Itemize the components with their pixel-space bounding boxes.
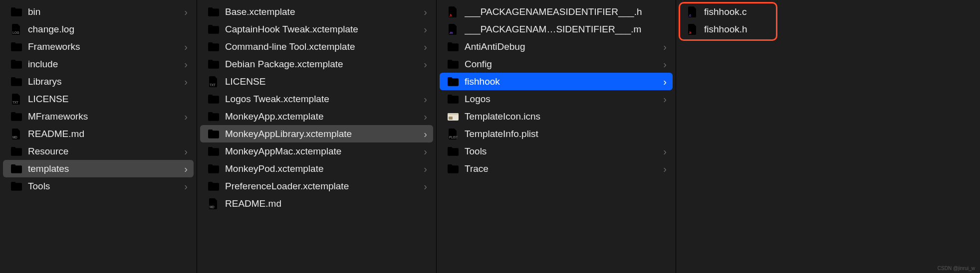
list-item[interactable]: Logos›	[440, 90, 673, 108]
finder-column-4[interactable]: .cfishhook.c.hfishhook.h	[676, 0, 980, 273]
item-label: MonkeyAppMac.xctemplate	[225, 146, 421, 157]
list-item[interactable]: MonkeyPod.xctemplate›	[200, 160, 433, 177]
chevron-right-icon: ›	[184, 77, 188, 87]
list-item[interactable]: MonkeyApp.xctemplate›	[200, 108, 433, 125]
list-item[interactable]: Base.xctemplate›	[200, 3, 433, 20]
item-label: Trace	[465, 163, 660, 174]
folder-icon	[207, 163, 220, 174]
list-item[interactable]: Librarys›	[3, 73, 194, 90]
list-item[interactable]: .m___PACKAGENAM…SIDENTIFIER___.m	[440, 20, 673, 38]
folder-icon	[207, 24, 220, 35]
finder-column-1[interactable]: bin›LOGchange.logFrameworks›include›Libr…	[0, 0, 197, 273]
item-label: Logos Tweak.xctemplate	[225, 94, 421, 105]
item-label: change.log	[28, 24, 188, 35]
chevron-right-icon: ›	[424, 42, 427, 52]
list-item[interactable]: fishhook›	[440, 73, 673, 90]
folder-icon	[10, 6, 23, 17]
chevron-right-icon: ›	[424, 181, 427, 191]
list-item[interactable]: MonkeyAppMac.xctemplate›	[200, 142, 433, 160]
list-item[interactable]: Tools›	[3, 177, 194, 195]
list-item[interactable]: Tools›	[440, 142, 673, 160]
item-label: PreferenceLoader.xctemplate	[225, 181, 421, 192]
list-item[interactable]: CaptainHook Tweak.xctemplate›	[200, 20, 433, 38]
folder-icon	[10, 146, 23, 157]
folder-icon	[10, 181, 23, 192]
folder-icon	[207, 41, 220, 52]
folder-icon	[447, 163, 460, 174]
finder-column-3[interactable]: .h___PACKAGENAMEASIDENTIFIER___.h.m___PA…	[437, 0, 676, 273]
chevron-right-icon: ›	[663, 94, 667, 104]
list-item[interactable]: Config›	[440, 55, 673, 73]
svg-rect-2	[449, 117, 453, 120]
item-label: TemplateInfo.plist	[465, 129, 667, 139]
document-icon: .m	[447, 24, 460, 35]
document-icon: MD	[207, 198, 220, 209]
list-item[interactable]: Command-line Tool.xctemplate›	[200, 38, 433, 55]
list-item[interactable]: Trace›	[440, 160, 673, 177]
folder-icon	[10, 111, 23, 122]
list-item[interactable]: TXTLICENSE	[200, 73, 433, 90]
list-item[interactable]: MFrameworks›	[3, 108, 194, 125]
list-item[interactable]: AntiAntiDebug›	[440, 38, 673, 55]
folder-icon	[447, 76, 460, 87]
list-item[interactable]: templates›	[3, 160, 194, 177]
list-item[interactable]: PLISTTemplateInfo.plist	[440, 125, 673, 142]
list-item[interactable]: Resource›	[3, 142, 194, 160]
list-item[interactable]: TemplateIcon.icns	[440, 108, 673, 125]
item-label: MFrameworks	[28, 111, 181, 122]
item-label: ___PACKAGENAMEASIDENTIFIER___.h	[465, 6, 667, 17]
item-label: README.md	[28, 129, 188, 139]
item-label: fishhook	[465, 76, 660, 87]
document-icon: TXT	[207, 76, 220, 87]
list-item[interactable]: MonkeyAppLibrary.xctemplate›	[200, 125, 433, 142]
item-label: bin	[28, 6, 181, 17]
folder-icon	[207, 181, 220, 192]
document-icon: PLIST	[447, 129, 460, 139]
item-label: LICENSE	[225, 76, 427, 87]
item-label: Tools	[465, 146, 660, 157]
item-label: AntiAntiDebug	[465, 41, 660, 52]
folder-icon	[10, 41, 23, 52]
folder-icon	[207, 6, 220, 17]
chevron-right-icon: ›	[424, 146, 427, 156]
list-item[interactable]: bin›	[3, 3, 194, 20]
list-item[interactable]: MDREADME.md	[3, 125, 194, 142]
item-label: Debian Package.xctemplate	[225, 59, 421, 70]
list-item[interactable]: Frameworks›	[3, 38, 194, 55]
item-label: fishhook.c	[704, 6, 971, 17]
folder-icon	[207, 94, 220, 105]
item-label: Base.xctemplate	[225, 6, 421, 17]
finder-column-2[interactable]: Base.xctemplate›CaptainHook Tweak.xctemp…	[197, 0, 437, 273]
list-item[interactable]: .hfishhook.h	[679, 20, 977, 38]
list-item[interactable]: Debian Package.xctemplate›	[200, 55, 433, 73]
list-item[interactable]: .cfishhook.c	[679, 3, 977, 20]
chevron-right-icon: ›	[663, 146, 667, 156]
chevron-right-icon: ›	[424, 129, 427, 139]
document-icon: .h	[447, 6, 460, 17]
list-item[interactable]: TXTLICENSE	[3, 90, 194, 108]
folder-icon	[447, 94, 460, 105]
item-label: Librarys	[28, 76, 181, 87]
chevron-right-icon: ›	[663, 59, 667, 69]
item-label: Frameworks	[28, 41, 181, 52]
chevron-right-icon: ›	[424, 7, 427, 17]
folder-icon	[207, 111, 220, 122]
folder-icon	[10, 76, 23, 87]
chevron-right-icon: ›	[184, 181, 188, 191]
chevron-right-icon: ›	[184, 146, 188, 156]
item-label: CaptainHook Tweak.xctemplate	[225, 24, 421, 35]
icns-icon	[447, 111, 460, 122]
item-label: Config	[465, 59, 660, 70]
item-label: Tools	[28, 181, 181, 192]
list-item[interactable]: Logos Tweak.xctemplate›	[200, 90, 433, 108]
list-item[interactable]: MDREADME.md	[200, 195, 433, 212]
item-label: MonkeyAppLibrary.xctemplate	[225, 129, 421, 139]
list-item[interactable]: .h___PACKAGENAMEASIDENTIFIER___.h	[440, 3, 673, 20]
list-item[interactable]: PreferenceLoader.xctemplate›	[200, 177, 433, 195]
folder-icon	[10, 59, 23, 70]
folder-icon	[447, 59, 460, 70]
list-item[interactable]: LOGchange.log	[3, 20, 194, 38]
svg-rect-1	[448, 113, 459, 115]
item-label: MonkeyApp.xctemplate	[225, 111, 421, 122]
list-item[interactable]: include›	[3, 55, 194, 73]
